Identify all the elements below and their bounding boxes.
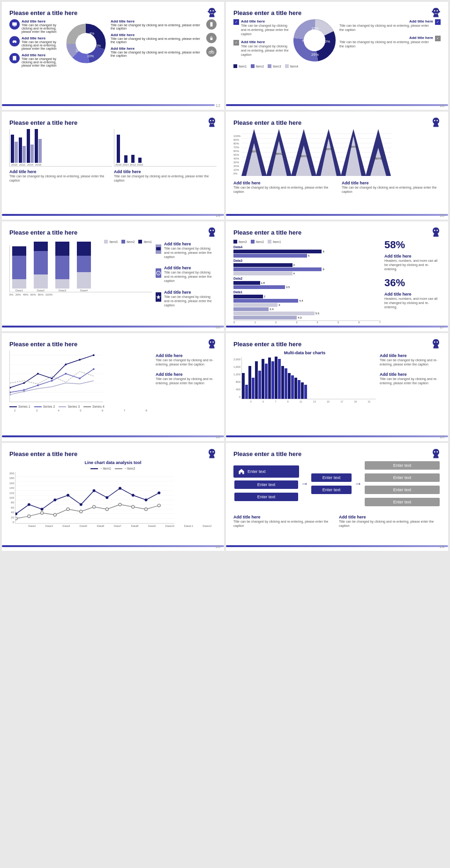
svg-point-39: [436, 120, 438, 122]
svg-point-37: [212, 120, 214, 122]
svg-point-80: [9, 387, 11, 388]
icon-title-2: Add title here: [22, 36, 61, 40]
slide-number-8: 19: [440, 434, 444, 439]
slide-number-10: 24: [440, 544, 444, 549]
svg-point-121: [158, 492, 160, 495]
slide-4-title: Please enter a title here: [233, 119, 441, 126]
svg-point-93: [93, 368, 95, 370]
check-4: ✓: [435, 36, 441, 41]
svg-point-73: [210, 342, 211, 343]
svg-text:20%: 20%: [322, 39, 330, 44]
svg-point-129: [105, 508, 108, 510]
slide-6-title: Please enter a title here: [233, 229, 441, 236]
enter-text-left-2[interactable]: Enter text: [234, 493, 298, 501]
lion-icon-2: [429, 7, 442, 20]
svg-text:Item4: Item4: [325, 147, 333, 151]
icon-title-5: Add title here: [111, 33, 202, 37]
svg-point-118: [119, 487, 121, 490]
enter-text-right-3[interactable]: Enter text: [365, 486, 440, 494]
svg-point-83: [51, 377, 53, 379]
svg-point-117: [105, 496, 108, 499]
slide-5-title: Please enter a title here: [9, 229, 217, 236]
svg-text:25%: 25%: [94, 44, 101, 47]
slide-3: Please enter a title here 2010: [2, 112, 224, 220]
lion-icon-5: [205, 226, 218, 239]
slide-number-4: 15: [440, 213, 444, 218]
lion-icon-9: [205, 448, 218, 461]
svg-point-111: [28, 503, 30, 506]
svg-point-94: [9, 394, 11, 396]
lion-icon-1: [205, 7, 218, 20]
enter-text-right-2[interactable]: Enter text: [365, 473, 440, 482]
slide-number-9: 20: [216, 544, 220, 549]
icon-bike: [206, 46, 217, 57]
svg-point-135: [436, 451, 438, 453]
svg-text:8%: 8%: [90, 32, 94, 35]
svg-point-72: [436, 230, 438, 231]
svg-text:Item5: Item5: [350, 145, 358, 148]
slide-number-7: 18: [216, 434, 220, 439]
svg-text:Item3: Item3: [300, 154, 308, 158]
svg-point-132: [145, 508, 148, 510]
slide-1: Please enter a title here: [2, 2, 224, 110]
svg-point-134: [434, 451, 435, 453]
svg-rect-3: [14, 26, 16, 26]
svg-point-126: [67, 508, 69, 510]
svg-point-86: [93, 354, 95, 356]
slide-5: Please enter a title here Item3 Item2 It…: [2, 221, 224, 331]
svg-point-90: [51, 380, 53, 381]
svg-point-67: [210, 230, 211, 231]
enter-text-mid-1[interactable]: Enter text: [311, 473, 352, 482]
svg-rect-2: [12, 23, 17, 26]
enter-text-right-4[interactable]: Enter text: [365, 498, 440, 506]
home-button[interactable]: Enter text: [233, 465, 299, 478]
svg-text:12%: 12%: [75, 49, 82, 52]
svg-point-71: [434, 230, 435, 231]
lion-icon-6: [429, 226, 442, 239]
pyramid-chart: Item1 Item2 Item3 Item4: [241, 129, 391, 176]
check-3: ✓: [435, 19, 441, 25]
slide-9-title: Please enter a title here: [9, 450, 217, 457]
svg-point-98: [210, 451, 211, 453]
svg-point-4: [13, 42, 14, 43]
svg-point-130: [119, 503, 121, 506]
svg-point-114: [67, 494, 69, 497]
svg-point-133: [158, 504, 160, 507]
svg-text:15%: 15%: [311, 26, 319, 30]
icon-tablet: [9, 53, 20, 63]
home-button-label: Enter text: [248, 469, 266, 474]
svg-point-116: [93, 489, 96, 492]
svg-rect-69: [156, 247, 161, 250]
lion-icon-3: [205, 116, 218, 129]
donut-chart-1: 20% 8% 25% 20% 12% 15%: [66, 23, 106, 63]
icon-phone: [206, 19, 217, 30]
svg-point-127: [80, 510, 82, 513]
svg-point-119: [132, 494, 135, 497]
svg-text:Item1: Item1: [250, 150, 259, 153]
svg-point-25: [434, 10, 435, 12]
svg-point-38: [434, 120, 435, 122]
check-2: ✓: [233, 40, 239, 46]
slide-7-title: Please enter a title here: [9, 341, 217, 348]
svg-point-87: [9, 391, 11, 393]
enter-text-mid-2[interactable]: Enter text: [311, 486, 352, 494]
svg-text:40%: 40%: [302, 38, 309, 43]
icon-lock: [206, 33, 217, 43]
svg-point-0: [210, 10, 211, 12]
svg-text:15%: 15%: [76, 42, 83, 46]
svg-point-5: [15, 42, 16, 43]
lion-icon-10: [429, 448, 442, 461]
svg-text:20%: 20%: [78, 35, 84, 38]
svg-point-99: [212, 451, 214, 453]
enter-text-left-1[interactable]: Enter text: [234, 480, 298, 489]
slide-8-title: Please enter a title here: [233, 341, 441, 348]
svg-point-125: [53, 513, 56, 516]
lion-icon-8: [429, 338, 442, 351]
slide-4: Please enter a title here 100% 90% 80% 7…: [226, 112, 448, 220]
enter-text-right-1[interactable]: Enter text: [365, 461, 440, 470]
slide-2-title: Please enter a title here: [233, 9, 441, 16]
slide-number-5: 36: [216, 325, 220, 329]
svg-point-96: [434, 342, 435, 343]
svg-point-120: [145, 498, 148, 501]
line-chart-1: [9, 350, 103, 402]
